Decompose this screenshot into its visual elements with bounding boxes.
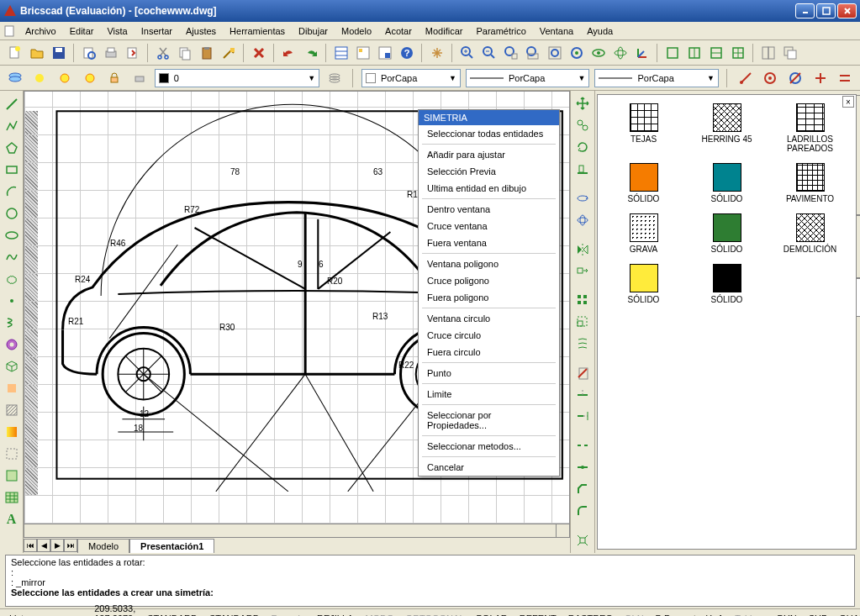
menu-herramientas[interactable]: Herramientas: [223, 24, 292, 39]
pattern-item[interactable]: DEMOLICIÓN: [771, 213, 849, 254]
match-properties-button[interactable]: [219, 43, 239, 63]
constraint3-button[interactable]: [785, 68, 805, 88]
rotate3d-tool[interactable]: [572, 188, 593, 208]
tab-next[interactable]: ▶: [50, 539, 64, 552]
close-button[interactable]: [837, 3, 857, 18]
ctx-item[interactable]: Dentro ventana: [419, 201, 559, 218]
undo-button[interactable]: [279, 43, 299, 63]
arc-tool[interactable]: [2, 182, 22, 202]
pattern-item[interactable]: SÓLIDO: [604, 163, 683, 203]
helix-tool[interactable]: [2, 313, 22, 333]
tab-first[interactable]: ⏮: [24, 539, 37, 552]
ellipse-tool[interactable]: [2, 225, 22, 245]
mirror-tool[interactable]: [572, 240, 593, 259]
ctx-item[interactable]: Ventana circulo: [419, 310, 559, 327]
status-rastreo[interactable]: RASTREO: [564, 613, 617, 617]
pattern-item[interactable]: TEJAS: [604, 103, 683, 153]
break-tool[interactable]: [572, 436, 593, 455]
ctx-item[interactable]: Cruce poligono: [419, 272, 559, 289]
status-layout[interactable]: P:Presentación1: [652, 613, 728, 617]
status-refent[interactable]: REFENT: [515, 613, 561, 617]
array-tool[interactable]: [572, 291, 593, 310]
menu-ventana[interactable]: Ventana: [533, 24, 580, 39]
pan-button[interactable]: [427, 43, 447, 63]
menu-vista[interactable]: Vista: [100, 24, 134, 39]
menu-ayuda[interactable]: Ayuda: [580, 24, 620, 39]
pattern-item[interactable]: HERRING 45: [688, 103, 766, 153]
layer-lock-icon[interactable]: [104, 68, 124, 88]
layers-stack-icon[interactable]: [324, 68, 345, 88]
status-polar[interactable]: POLAR: [472, 613, 512, 617]
menu-paramétrico[interactable]: Paramétrico: [469, 24, 532, 39]
donut-tool[interactable]: [2, 334, 22, 355]
circle-tool[interactable]: [2, 203, 22, 224]
vtab-draw[interactable]: Dibujo: [856, 278, 860, 317]
lineweight-combo[interactable]: PorCapa ▼: [594, 69, 719, 87]
ctx-item[interactable]: Seleccionar por Propiedades...: [419, 407, 559, 434]
layer-freeze2-icon[interactable]: [80, 68, 100, 88]
status-modo[interactable]: MODO: [361, 613, 398, 617]
ctx-item[interactable]: Fuera ventana: [419, 234, 559, 251]
layout-nav3-button[interactable]: [706, 43, 726, 63]
spline-tool[interactable]: [2, 247, 22, 267]
ctx-item[interactable]: Ventana poligono: [419, 255, 559, 272]
pattern-item[interactable]: PAVIMENTO: [771, 163, 849, 203]
menu-editar[interactable]: Editar: [63, 24, 101, 39]
ctx-item[interactable]: Selección Previa: [419, 163, 559, 180]
ctx-item[interactable]: Cruce ventana: [419, 218, 559, 234]
constraint5-button[interactable]: [835, 68, 855, 88]
status-dyn[interactable]: DYN: [773, 613, 800, 617]
revision-cloud-tool[interactable]: [2, 269, 22, 289]
minimize-button[interactable]: [795, 3, 815, 18]
join-tool[interactable]: [572, 458, 593, 477]
ucs-button[interactable]: [632, 43, 652, 63]
solid-tool[interactable]: [2, 378, 22, 398]
table-tool[interactable]: [2, 487, 22, 508]
color-combo[interactable]: PorCapa ▼: [361, 69, 461, 87]
zoom-window-button[interactable]: [523, 43, 543, 63]
3dorbit-tool[interactable]: [572, 210, 593, 229]
view-button[interactable]: [588, 43, 609, 63]
redo-button[interactable]: [301, 43, 321, 63]
vtab-commands[interactable]: Comandos de Herramientas: [856, 95, 860, 215]
status-std1[interactable]: STANDARD: [143, 613, 202, 617]
status-rejilla[interactable]: REJILLA: [313, 613, 357, 617]
layer-combo[interactable]: 0 ▼: [155, 69, 320, 87]
ctx-item[interactable]: Fuera poligono: [419, 289, 559, 306]
fillet-tool[interactable]: [572, 501, 593, 520]
block-tool[interactable]: [2, 356, 22, 376]
explorer-button[interactable]: [353, 43, 373, 63]
print-preview-button[interactable]: [79, 43, 99, 63]
ctx-item[interactable]: Seleccionar todas entidades: [419, 125, 559, 142]
scale-tool[interactable]: [572, 313, 593, 332]
vtab-hatches[interactable]: Sombreados: [856, 215, 860, 278]
layer-print-icon[interactable]: [129, 68, 150, 88]
ctx-item[interactable]: Fuera circulo: [419, 344, 559, 361]
chamfer-tool[interactable]: [572, 480, 593, 499]
help-button[interactable]: ?: [397, 43, 417, 63]
rotate-tool[interactable]: [572, 138, 593, 157]
constraint2-button[interactable]: [761, 68, 781, 88]
menu-insertar[interactable]: Insertar: [135, 24, 179, 39]
open-button[interactable]: [27, 43, 47, 63]
explode-tool[interactable]: [572, 530, 593, 550]
gradient-tool[interactable]: [2, 422, 22, 442]
point-tool[interactable]: [2, 291, 22, 311]
ctx-item[interactable]: Cancelar: [419, 459, 559, 476]
layout-nav4-button[interactable]: [728, 43, 748, 63]
ctx-item[interactable]: Cruce circulo: [419, 327, 559, 344]
copy-button[interactable]: [175, 43, 195, 63]
window-cascade-button[interactable]: [780, 43, 800, 63]
stretch-tool[interactable]: [572, 261, 593, 281]
zoom-extents-button[interactable]: [501, 43, 521, 63]
command-line[interactable]: Seleccione las entidades a rotar: : : _m…: [5, 555, 855, 607]
trim-tool[interactable]: [572, 385, 593, 404]
tab-prev[interactable]: ◀: [37, 539, 50, 552]
save-button[interactable]: [49, 43, 69, 63]
tool-palette-button[interactable]: [375, 43, 395, 63]
status-quad[interactable]: QUAD: [835, 613, 860, 617]
zoom-in-button[interactable]: [457, 43, 477, 63]
polygon-tool[interactable]: [2, 138, 22, 158]
erase-tool[interactable]: [572, 363, 593, 382]
status-tablero[interactable]: Tablero: [731, 613, 769, 617]
